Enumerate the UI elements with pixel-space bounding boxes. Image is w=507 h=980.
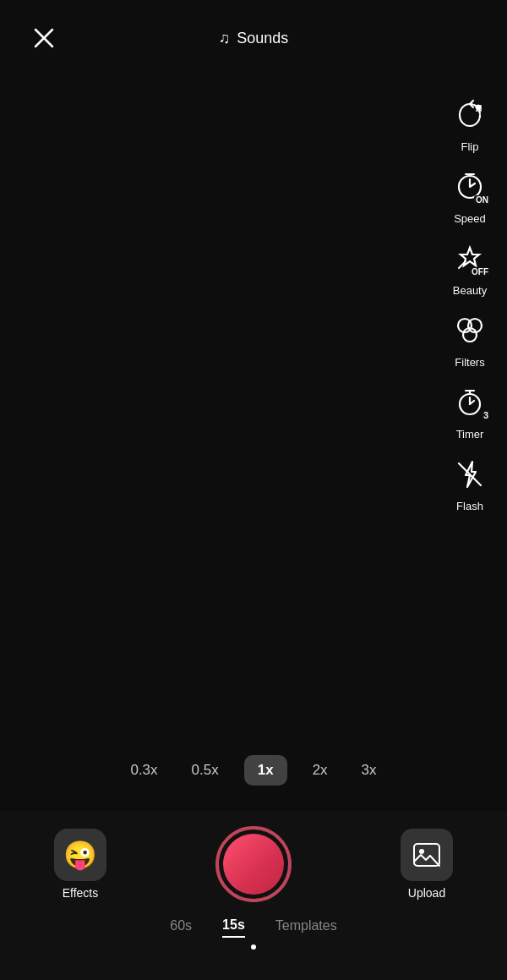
flip-icon [454,99,486,131]
music-icon: ♫ [219,30,231,47]
zoom-1x[interactable]: 1x [244,755,287,786]
speed-badge: ON [474,195,490,205]
duration-tab-60s[interactable]: 60s [170,918,192,937]
timer-button[interactable]: 3 Timer [448,381,492,441]
zoom-controls: 0.3x 0.5x 1x 2x 3x [0,755,507,786]
svg-point-11 [419,849,424,854]
upload-label: Upload [408,886,445,900]
close-icon [32,26,56,50]
timer-badge: 3 [482,410,490,421]
top-bar: ♫ Sounds [0,0,507,76]
flash-button[interactable]: Flash [448,452,492,512]
right-controls: Flip ON Speed OFF Beauty [448,93,492,519]
zoom-05x[interactable]: 0.5x [183,757,227,784]
speed-label: Speed [454,212,486,225]
timer-icon-wrapper: 3 [448,381,492,424]
filters-icon-wrapper [448,309,492,353]
speed-icon-wrapper: ON [448,165,492,209]
effects-label: Effects [63,886,99,900]
record-row: 😜 Effects Upload [0,826,507,902]
beauty-icon-wrapper: OFF [448,237,492,281]
duration-tab-templates[interactable]: Templates [275,918,337,937]
filters-button[interactable]: Filters [448,309,492,369]
upload-svg [411,839,443,871]
zoom-03x[interactable]: 0.3x [122,757,166,784]
flash-icon [454,458,486,490]
beauty-button[interactable]: OFF Beauty [448,237,492,297]
flip-label: Flip [461,140,479,153]
sounds-label-text: Sounds [237,30,288,47]
beauty-badge: OFF [470,267,490,277]
speed-button[interactable]: ON Speed [448,165,492,225]
flash-label: Flash [456,500,483,512]
effects-icon: 😜 [54,829,106,881]
close-button[interactable] [25,19,63,57]
upload-button[interactable]: Upload [389,829,465,900]
filters-icon [454,315,486,347]
timer-label: Timer [456,428,484,441]
bottom-bar: 😜 Effects Upload [0,811,507,980]
duration-tabs: 60s 15s Templates [170,917,336,938]
record-button-inner [223,834,284,895]
duration-tab-15s[interactable]: 15s [222,917,245,938]
upload-icon-inner [401,829,453,881]
filters-label: Filters [455,356,484,369]
record-button-outer [215,826,292,902]
record-button[interactable] [215,826,292,902]
flash-icon-wrapper [448,452,492,496]
beauty-label: Beauty [453,284,487,297]
flip-icon-wrapper [448,93,492,137]
effects-button[interactable]: 😜 Effects [42,829,118,900]
upload-icon [401,829,453,881]
sounds-button[interactable]: ♫ Sounds [219,30,289,47]
home-indicator [251,944,256,950]
zoom-3x[interactable]: 3x [353,757,385,784]
zoom-2x[interactable]: 2x [304,757,336,784]
flip-button[interactable]: Flip [448,93,492,153]
